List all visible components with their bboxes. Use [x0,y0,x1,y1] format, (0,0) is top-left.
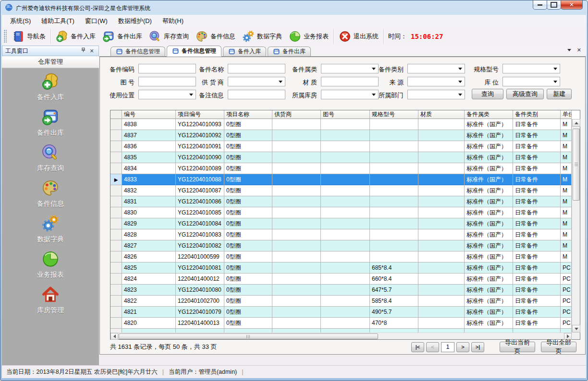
sidebar-item[interactable]: 数据字典 [37,214,64,244]
horizontal-scrollbar[interactable] [110,333,572,339]
export-all-pages-button[interactable]: 导出全部页 [541,342,576,352]
dropdown-select[interactable] [502,77,560,86]
sidebar-item[interactable]: 库存查询 [37,143,64,173]
column-header[interactable]: 规格型号 [370,110,418,119]
toolbar-button[interactable]: 数据字典 [239,29,285,44]
table-row[interactable]: ▶4833YG122040100880型圈标准件（国产）日常备件M [110,174,572,185]
sidebar-item[interactable]: 业务报表 [37,250,64,279]
export-current-page-button[interactable]: 导出当前页 [500,342,535,352]
tab[interactable]: 备件信息管理 [110,47,165,56]
toolbar-button[interactable]: 业务报表 [285,29,332,44]
search-input[interactable] [228,64,285,73]
scroll-up-button[interactable] [572,119,580,127]
table-cell [272,274,321,285]
toolbar-button[interactable]: 备件出库 [99,29,146,44]
dropdown-select[interactable] [321,64,379,73]
table-cell [272,296,321,307]
tab-close-button[interactable]: ✕ [577,47,581,53]
dropdown-select[interactable] [228,77,285,86]
dropdown-select[interactable] [321,90,379,99]
column-header[interactable]: 项目编号 [176,110,224,119]
table-cell: 标准件（国产） [465,141,513,152]
sidebar-group-header[interactable]: 仓库管理 [2,56,99,68]
search-input[interactable] [138,64,196,73]
table-row[interactable]: 4821YG122040100790型圈490*5.7标准件（国产）日常备件PC [110,307,572,318]
table-cell: 0型圈 [224,262,272,274]
search-input[interactable] [138,77,196,86]
tab-list-button[interactable] [567,47,571,53]
dropdown-select[interactable] [407,90,465,99]
menu-item[interactable]: 数据维护(D) [113,15,157,27]
table-row[interactable]: 4834YG122040100890型圈标准件（国产）日常备件M [110,163,572,174]
table-row[interactable]: 4830YG122040100850型圈标准件（国产）日常备件M [110,207,572,218]
dropdown-select[interactable] [502,64,560,73]
tab[interactable]: 备件信息管理 [167,46,221,57]
table-row[interactable]: 482212204010027000型圈585*8.4标准件（国产）日常备件PC [110,296,572,307]
maximize-button[interactable] [547,0,561,10]
vertical-scrollbar[interactable] [572,119,580,333]
table-row[interactable]: 4829YG122040100840型圈标准件（国产）日常备件M [110,218,572,229]
minimize-button[interactable] [533,0,547,10]
close-button[interactable]: ✕ [561,0,583,10]
tab[interactable]: 备件出库 [268,47,311,56]
column-header[interactable]: 项目名称 [224,110,272,119]
table-row[interactable]: 482012204014000130型圈470*8标准件（国产）日常备件PC [110,318,572,329]
column-header[interactable]: 备件属类 [465,110,513,119]
page-number-input[interactable] [441,342,454,352]
table-cell: 0型圈 [224,218,272,229]
dropdown-select[interactable] [407,64,465,73]
vertical-scroll-thumb[interactable] [573,129,580,201]
column-header[interactable]: 材质 [418,110,465,119]
tool-window-close-button[interactable]: ✕ [88,47,96,55]
menu-item[interactable]: 窗口(W) [80,15,113,27]
last-page-button[interactable]: >| [471,342,484,352]
table-row[interactable]: 4828YG122040100830型圈标准件（国产）日常备件M [110,229,572,240]
sidebar-item[interactable]: 备件出库 [37,108,64,137]
sidebar-item[interactable]: 备件入库 [37,72,64,102]
search-input[interactable] [228,90,285,99]
column-header[interactable]: 编号 [122,110,176,119]
tab[interactable]: 备件入库 [223,47,266,56]
advanced-query-button[interactable]: 高级查询 [506,89,544,99]
next-page-button[interactable]: > [456,342,469,352]
dropdown-select[interactable] [138,90,196,99]
column-header[interactable]: 单位 [561,110,572,119]
menu-item[interactable]: 辅助工具(T) [36,15,80,27]
prev-page-button[interactable]: < [426,342,439,352]
pin-button[interactable] [80,47,88,55]
first-page-button[interactable]: |< [411,342,424,352]
toolbar-button[interactable]: 退出系统 [335,29,382,44]
toolbar-button[interactable]: 备件信息 [192,29,239,44]
table-row[interactable]: 4823YG122040100800型圈647*5.7标准件（国产）日常备件PC [110,285,572,296]
table-row[interactable]: 4836YG122040100910型圈标准件（国产）日常备件M [110,141,572,152]
menu-item[interactable]: 系统(S) [5,15,36,27]
query-button[interactable]: 查询 [472,89,503,99]
scroll-down-button[interactable] [572,325,580,333]
column-header[interactable]: 供货商 [272,110,321,119]
table-row[interactable]: 4831YG122040100860型圈标准件（国产）日常备件M [110,196,572,207]
column-header[interactable]: 备件类别 [513,110,561,119]
toolbar-separator [333,29,334,44]
table-row[interactable]: 4827YG122040100820型圈标准件（国产）日常备件M [110,240,572,251]
table-row[interactable]: 4837YG122040100920型圈标准件（国产）日常备件M [110,130,572,141]
new-button[interactable]: 新建 [547,89,572,99]
search-input[interactable] [321,77,379,86]
column-header[interactable]: 图号 [321,110,370,119]
sidebar-item[interactable]: 备件信息 [37,179,64,208]
dropdown-select[interactable] [407,77,465,86]
table-cell: 日常备件 [513,296,561,307]
table-row[interactable]: 4835YG122040100900型圈标准件（国产）日常备件M [110,152,572,163]
toolbar-button[interactable]: 备件入库 [52,29,99,44]
table-row[interactable]: 4832YG122040100870型圈标准件（国产）日常备件M [110,185,572,196]
sidebar-item[interactable]: 库房管理 [37,286,64,315]
table-row[interactable]: 4825YG122040100810型圈685*8.4标准件（国产）日常备件PC [110,262,572,274]
toolbar-button[interactable]: 库存查询 [146,29,192,44]
horizontal-scroll-thumb[interactable] [119,333,378,339]
scroll-left-button[interactable] [110,333,118,340]
menu-item[interactable]: 帮助(H) [157,15,189,27]
toolbar-button[interactable]: 导航条 [9,29,49,44]
table-row[interactable]: 482412204014000120型圈660*8.4标准件（国产）日常备件PC [110,274,572,285]
table-row[interactable]: 4838YG122040100930型圈标准件（国产）日常备件M [110,119,572,130]
table-cell: YG12204010083 [176,229,224,240]
table-row[interactable]: 482612204010005990型圈标准件（国产）日常备件M [110,251,572,262]
